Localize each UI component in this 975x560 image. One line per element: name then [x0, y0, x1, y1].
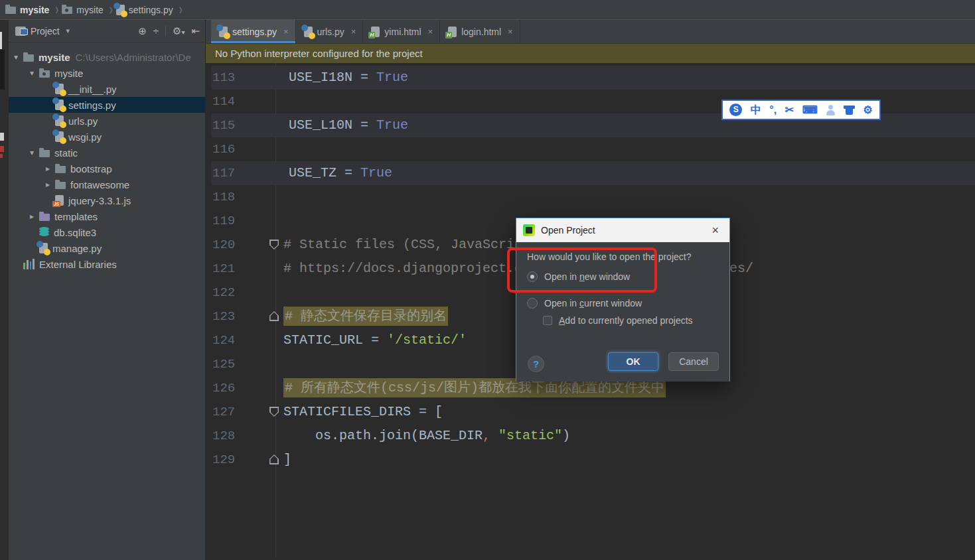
tree-item-label: settings.py — [68, 100, 116, 111]
chevron-down-icon[interactable]: ▾ — [9, 52, 23, 62]
sidebar-item-templates[interactable]: ▸templates — [9, 208, 205, 224]
line-number: 113 — [212, 66, 235, 90]
sidebar-item-mysite[interactable]: ▾mysiteC:\Users\Administrator\De — [9, 49, 205, 65]
chevron-down-icon[interactable]: ▾ — [25, 68, 39, 78]
sidebar-item-fontawesome[interactable]: ▸fontawesome — [9, 176, 205, 192]
code-text: STATIC_URL = '/static/' — [283, 328, 467, 352]
tab-login-html[interactable]: Hlogin.html× — [440, 20, 520, 43]
dialog-title: Open Project — [541, 225, 595, 236]
sidebar-item-jquery-3-3-1-js[interactable]: JSjquery-3.3.1.js — [9, 192, 205, 208]
line-number: 121 — [212, 257, 235, 281]
radio-option-c[interactable]: Open in current window — [527, 298, 642, 309]
fold-marker-icon[interactable] — [269, 240, 279, 249]
close-tab-icon[interactable]: × — [508, 27, 513, 36]
checkbox-icon[interactable] — [543, 316, 552, 325]
sidebar-item-bootstrap[interactable]: ▸bootstrap — [9, 161, 205, 176]
pycharm-window: mysite›mysite›settings.py› Project ▾ ⊕ ÷… — [0, 0, 975, 560]
fold-marker-icon[interactable] — [269, 455, 279, 464]
close-icon[interactable]: × — [708, 223, 723, 238]
user-icon[interactable] — [826, 105, 835, 115]
tree-item-label: urls.py — [68, 115, 98, 127]
sidebar-item-manage-py[interactable]: manage.py — [9, 240, 205, 256]
interpreter-warning-banner: No Python interpreter configured for the… — [206, 44, 975, 63]
code-line-113: 113USE_I18N = True — [211, 66, 975, 90]
skin-icon[interactable] — [844, 105, 855, 115]
code-text: STATICFILES_DIRS = [ — [283, 400, 443, 424]
window-edge-stripe — [0, 20, 9, 560]
project-tool-window: Project ▾ ⊕ ÷ ⚙▾ ⇤ ▾mysiteC:\Users\Admin… — [9, 20, 206, 560]
sidebar-item-__init__-py[interactable]: __init__.py — [9, 81, 205, 97]
settings-gear-icon[interactable]: ⚙ — [863, 105, 872, 115]
breadcrumb-item-mysite[interactable]: mysite — [62, 5, 103, 15]
sidebar-item-External-Libraries[interactable]: External Libraries — [9, 256, 205, 272]
line-number: 128 — [212, 424, 235, 448]
line-number: 116 — [212, 137, 235, 161]
project-panel-header: Project ▾ ⊕ ÷ ⚙▾ ⇤ — [9, 20, 205, 42]
tab-label: urls.py — [317, 27, 344, 37]
tree-item-label: mysite — [54, 68, 83, 79]
database-icon — [39, 227, 49, 238]
cancel-button[interactable]: Cancel — [668, 352, 719, 371]
tab-urls-py[interactable]: urls.py× — [296, 20, 364, 43]
python-file-icon — [55, 84, 64, 94]
line-number: 124 — [212, 328, 235, 352]
locate-icon[interactable]: ⊕ — [138, 25, 147, 37]
python-file-icon — [116, 5, 125, 15]
sidebar-item-mysite[interactable]: ▾mysite — [9, 65, 205, 81]
code-line-129: 129] — [206, 448, 975, 472]
line-number: 118 — [212, 185, 235, 209]
breadcrumb-item-settings-py[interactable]: settings.py — [116, 5, 173, 15]
tree-item-label: templates — [54, 211, 98, 222]
tree-item-label: manage.py — [52, 243, 102, 254]
radio-option-n[interactable]: Open in new window — [527, 271, 630, 282]
tab-settings-py[interactable]: settings.py× — [211, 20, 296, 43]
hide-panel-icon[interactable]: ⇤ — [191, 25, 200, 37]
help-button[interactable]: ? — [528, 356, 544, 372]
scissors-icon[interactable]: ✂ — [785, 105, 794, 115]
radio-icon[interactable] — [527, 298, 538, 309]
code-text: ] — [283, 448, 291, 472]
tab-yimi-html[interactable]: Hyimi.html× — [363, 20, 440, 43]
add-to-opened-checkbox[interactable]: Add to currently opened projects — [543, 315, 693, 326]
chevron-right-icon[interactable]: ▸ — [25, 212, 39, 221]
gear-icon[interactable]: ⚙▾ — [173, 25, 185, 37]
chevron-right-icon[interactable]: ▸ — [40, 180, 55, 189]
chevron-down-icon[interactable]: ▾ — [25, 148, 39, 157]
tree-item-label: __init__.py — [68, 84, 117, 95]
sidebar-item-settings-py[interactable]: settings.py — [9, 97, 205, 113]
folder-icon — [23, 54, 34, 62]
close-tab-icon[interactable]: × — [428, 27, 433, 36]
tab-label: settings.py — [232, 27, 277, 37]
punctuation-icon[interactable]: °, — [769, 105, 777, 115]
sidebar-item-db-sqlite3[interactable]: db.sqlite3 — [9, 224, 205, 240]
python-file-icon — [55, 100, 64, 110]
chevron-right-icon[interactable]: ▸ — [40, 164, 55, 173]
sidebar-item-wsgi-py[interactable]: wsgi.py — [9, 129, 205, 145]
python-file-icon — [55, 131, 64, 142]
collapse-all-icon[interactable]: ÷ — [153, 25, 159, 36]
radio-icon[interactable] — [527, 271, 538, 282]
keyboard-icon[interactable]: ⌨ — [802, 105, 818, 115]
dialog-title-bar[interactable]: Open Project × — [516, 218, 729, 242]
fold-marker-icon[interactable] — [269, 311, 279, 321]
code-text: USE_I18N = True — [289, 66, 408, 90]
fold-marker-icon[interactable] — [269, 407, 279, 417]
breadcrumb-item-mysite[interactable]: mysite — [5, 5, 49, 15]
code-line-117: 117USE_TZ = True — [211, 161, 975, 185]
line-number: 115 — [212, 113, 235, 137]
ok-button[interactable]: OK — [608, 352, 658, 371]
line-number: 125 — [212, 352, 235, 376]
line-number: 122 — [212, 281, 235, 305]
sogou-logo-icon[interactable]: S — [729, 104, 742, 116]
code-text: USE_TZ = True — [289, 161, 392, 185]
code-text: USE_L10N = True — [289, 113, 408, 137]
sidebar-item-urls-py[interactable]: urls.py — [9, 113, 205, 129]
chevron-down-icon[interactable]: ▾ — [66, 27, 70, 35]
close-tab-icon[interactable]: × — [283, 27, 289, 36]
sidebar-item-static[interactable]: ▾static — [9, 145, 205, 161]
close-tab-icon[interactable]: × — [351, 27, 356, 36]
breadcrumb-separator-icon: › — [179, 0, 183, 18]
external-libraries-icon — [23, 259, 35, 269]
code-text: # 静态文件保存目录的别名 — [283, 305, 448, 328]
chinese-mode-icon[interactable]: 中 — [751, 105, 761, 115]
